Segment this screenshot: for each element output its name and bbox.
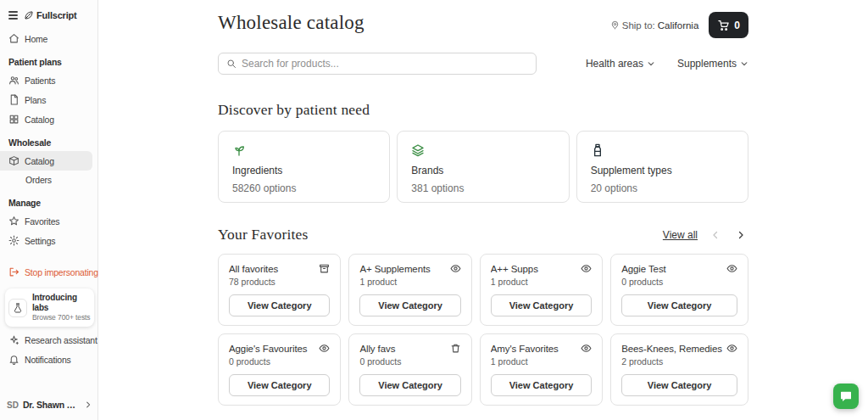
chevron-down-icon xyxy=(647,59,655,68)
patients-icon xyxy=(8,75,19,86)
brand-name: Fullscript xyxy=(36,10,77,20)
view-category-button[interactable]: View Category xyxy=(621,374,737,396)
sidebar-item-catalog-patient[interactable]: Catalog xyxy=(0,109,97,129)
favorite-count: 0 products xyxy=(359,356,460,367)
discover-card-subtitle: 58260 options xyxy=(232,182,376,194)
home-icon xyxy=(8,33,19,44)
sidebar-item-label: Settings xyxy=(25,236,55,246)
catalog-icon xyxy=(8,155,19,166)
discover-card-subtitle: 20 options xyxy=(591,182,734,194)
discover-card-brands[interactable]: Brands 381 options xyxy=(397,131,569,203)
eye-icon xyxy=(581,263,592,274)
view-all-link[interactable]: View all xyxy=(663,229,698,241)
sidebar-item-label: Notifications xyxy=(25,355,71,365)
user-name: Dr. Shawn D... xyxy=(23,400,80,410)
view-category-button[interactable]: View Category xyxy=(229,374,330,396)
sparkle-icon xyxy=(8,334,19,345)
sidebar-item-favorites[interactable]: Favorites xyxy=(0,211,97,231)
section-label-manage: Manage xyxy=(0,189,97,211)
chevron-right-icon xyxy=(84,400,92,409)
ship-to-value[interactable]: California xyxy=(658,20,699,31)
sidebar-item-catalog-wholesale[interactable]: Catalog xyxy=(0,151,92,171)
favorite-title: Aggie Test xyxy=(621,263,722,275)
seedling-icon xyxy=(232,143,376,158)
favorites-prev-button[interactable] xyxy=(708,227,723,243)
labs-promo-banner[interactable]: Introducing labs Browse 700+ tests xyxy=(5,288,94,327)
chevron-right-icon xyxy=(736,230,746,240)
labs-promo-title: Introducing labs xyxy=(32,293,91,313)
star-icon xyxy=(8,216,19,227)
stop-impersonating-label: Stop impersonating xyxy=(25,267,98,277)
bell-icon xyxy=(8,354,19,365)
lab-icon xyxy=(8,299,27,317)
favorite-title: Aggie's Favourites xyxy=(229,343,314,355)
sidebar-item-plans[interactable]: Plans xyxy=(0,90,97,109)
eye-icon xyxy=(726,263,737,274)
cart-button[interactable]: 0 xyxy=(709,12,748,38)
discover-card-title: Supplement types xyxy=(591,165,734,176)
cart-count: 0 xyxy=(734,20,740,31)
section-label-patient-plans: Patient plans xyxy=(0,48,97,70)
sidebar: Fullscript Home Patient plans Patients P… xyxy=(0,0,98,420)
view-category-button[interactable]: View Category xyxy=(491,374,592,396)
favorite-count: 2 products xyxy=(621,356,737,367)
sidebar-item-orders[interactable]: Orders xyxy=(0,171,97,189)
gear-icon xyxy=(8,235,19,246)
section-label-wholesale: Wholesale xyxy=(0,129,97,151)
supplements-dropdown[interactable]: Supplements xyxy=(677,58,748,70)
stop-impersonating-button[interactable]: Stop impersonating xyxy=(0,262,97,282)
sidebar-item-settings[interactable]: Settings xyxy=(0,231,97,250)
view-category-button[interactable]: View Category xyxy=(229,294,330,316)
health-areas-dropdown[interactable]: Health areas xyxy=(586,58,655,70)
eye-icon xyxy=(450,263,461,274)
sidebar-item-label: Favorites xyxy=(25,216,59,227)
chat-bubble-icon xyxy=(839,389,853,403)
eye-icon xyxy=(319,343,330,354)
favorite-count: 1 product xyxy=(491,356,592,367)
favorites-grid: All favorites 78 products View Category … xyxy=(218,254,748,406)
sidebar-item-label: Home xyxy=(25,34,47,44)
discover-card-supplement-types[interactable]: Supplement types 20 options xyxy=(576,131,748,203)
menu-icon[interactable] xyxy=(8,11,18,20)
labs-promo-subtitle: Browse 700+ tests xyxy=(32,313,91,322)
discover-card-ingredients[interactable]: Ingredients 58260 options xyxy=(218,131,390,203)
leaf-logo-icon xyxy=(24,10,34,20)
sidebar-item-notifications[interactable]: Notifications xyxy=(0,350,97,369)
fullscript-logo[interactable]: Fullscript xyxy=(24,10,77,20)
page-header: Wholesale catalog Ship to: California 0 xyxy=(218,12,748,38)
sidebar-item-label: Plans xyxy=(25,95,46,105)
cart-icon xyxy=(717,19,730,31)
plans-icon xyxy=(8,94,19,105)
favorite-count: 1 product xyxy=(359,277,460,287)
sidebar-item-label: Research assistant xyxy=(25,335,97,345)
chat-launcher-button[interactable] xyxy=(833,384,859,409)
favorite-title: Bees-Knees, Remedies xyxy=(621,343,722,355)
sidebar-item-patients[interactable]: Patients xyxy=(0,70,97,90)
favorites-next-button[interactable] xyxy=(733,227,748,243)
trash-icon xyxy=(450,343,461,354)
user-menu[interactable]: SD Dr. Shawn D... xyxy=(0,391,97,420)
favorite-card: Aggie's Favourites 0 products View Categ… xyxy=(218,333,341,406)
bottle-icon xyxy=(591,143,734,158)
favorite-title: A+ Supplements xyxy=(359,263,445,275)
view-category-button[interactable]: View Category xyxy=(359,374,460,396)
sidebar-item-home[interactable]: Home xyxy=(0,29,97,48)
favorite-card: Amy's Favorites 1 product View Category xyxy=(480,333,603,406)
ship-to-label: Ship to: xyxy=(622,20,655,31)
favorite-card: Bees-Knees, Remedies 2 products View Cat… xyxy=(610,333,748,406)
ship-to: Ship to: California xyxy=(610,20,699,31)
search-input[interactable] xyxy=(242,58,528,70)
favorite-title: Amy's Favorites xyxy=(491,343,576,355)
view-category-button[interactable]: View Category xyxy=(491,294,592,316)
search-box xyxy=(218,53,537,75)
chevron-left-icon xyxy=(710,230,721,240)
favorite-count: 0 products xyxy=(621,277,737,287)
favorite-card: All favorites 78 products View Category xyxy=(218,254,341,326)
sidebar-item-label: Catalog xyxy=(25,115,54,125)
sidebar-item-research-assistant[interactable]: Research assistant xyxy=(0,330,97,350)
health-areas-label: Health areas xyxy=(586,58,643,70)
archive-icon xyxy=(319,263,330,274)
location-pin-icon xyxy=(610,20,620,30)
view-category-button[interactable]: View Category xyxy=(359,294,460,316)
view-category-button[interactable]: View Category xyxy=(621,294,737,316)
